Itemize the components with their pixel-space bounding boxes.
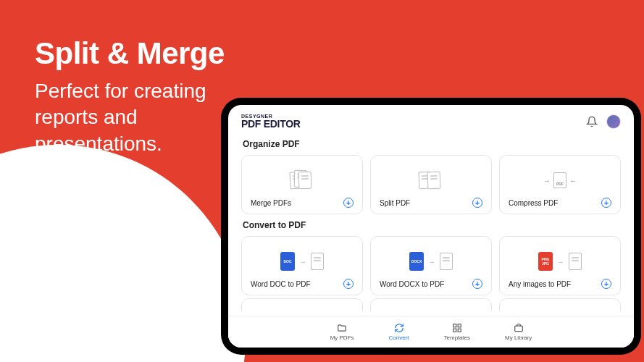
bell-icon[interactable] — [586, 116, 598, 127]
card-partial[interactable] — [241, 298, 363, 311]
convert-row: DOC → Word DOC to PDF DOCX → — [241, 236, 621, 295]
card-images-to-pdf[interactable]: PNG JPG → Any images to PDF — [499, 236, 621, 295]
arrow-icon: → — [557, 258, 564, 266]
section-title-convert: Convert to PDF — [243, 220, 621, 230]
card-label: Word DOC to PDF — [251, 280, 311, 288]
avatar[interactable] — [606, 114, 621, 129]
card-label: Compress PDF — [509, 199, 558, 207]
arrow-right-icon: ← — [569, 177, 577, 185]
images-convert-icon: PNG JPG → — [509, 244, 611, 279]
card-partial[interactable] — [499, 298, 621, 311]
convert-icon — [393, 323, 405, 333]
doc-mini-icon — [569, 253, 582, 270]
nav-templates[interactable]: Templates — [444, 323, 470, 341]
nav-my-library[interactable]: My Library — [505, 323, 532, 341]
card-partial[interactable] — [370, 298, 492, 311]
nav-convert[interactable]: Convert — [389, 323, 409, 341]
folder-icon — [336, 323, 348, 333]
organize-row: Merge PDFs Split PDF — [241, 155, 621, 214]
hero-title: Split & Merge — [35, 36, 225, 71]
plus-icon — [601, 198, 611, 208]
header-actions — [586, 114, 621, 129]
doc-convert-icon: DOC → — [251, 244, 354, 279]
svg-rect-4 — [514, 326, 522, 332]
nav-label: Templates — [444, 334, 470, 341]
pdf-file-icon: PDF — [553, 172, 566, 188]
brand-big: PDF EDITOR — [241, 119, 301, 129]
brand: DESYGNER PDF EDITOR — [241, 114, 301, 129]
card-label: Split PDF — [380, 199, 410, 207]
svg-rect-0 — [453, 324, 456, 327]
card-split-pdf[interactable]: Split PDF — [370, 155, 492, 214]
plus-icon — [343, 198, 354, 208]
plus-icon — [472, 279, 482, 289]
nav-label: My PDFs — [330, 334, 354, 341]
nav-my-pdfs[interactable]: My PDFs — [330, 323, 354, 341]
card-label: Any images to PDF — [509, 280, 571, 288]
plus-icon — [343, 279, 354, 289]
docx-convert-icon: DOCX → — [380, 244, 482, 279]
plus-icon — [472, 198, 482, 208]
tablet-frame: DESYGNER PDF EDITOR Organize PDF — [221, 98, 641, 355]
image-badge-icon: PNG JPG — [538, 252, 553, 271]
compress-icon: → PDF ← — [509, 163, 611, 198]
hero-subtitle: Perfect for creating reports and present… — [35, 78, 225, 157]
partial-row — [241, 298, 621, 311]
section-title-organize: Organize PDF — [243, 139, 621, 149]
card-label: Word DOCX to PDF — [380, 280, 444, 288]
card-word-docx-to-pdf[interactable]: DOCX → Word DOCX to PDF — [370, 236, 492, 295]
split-icon — [380, 163, 482, 198]
nav-label: My Library — [505, 334, 532, 341]
doc-badge-icon: DOC — [280, 252, 295, 271]
plus-icon — [601, 279, 611, 289]
card-label: Merge PDFs — [251, 199, 291, 207]
content: Organize PDF Merge PDFs — [228, 133, 634, 316]
nav-label: Convert — [389, 334, 409, 341]
card-merge-pdfs[interactable]: Merge PDFs — [241, 155, 363, 214]
card-word-doc-to-pdf[interactable]: DOC → Word DOC to PDF — [241, 236, 363, 295]
hero-text: Split & Merge Perfect for creating repor… — [35, 36, 225, 157]
library-icon — [513, 323, 524, 333]
arrow-icon: → — [428, 258, 435, 266]
card-compress-pdf[interactable]: → PDF ← Compress PDF — [499, 155, 621, 214]
svg-rect-2 — [453, 329, 456, 332]
app-screen: DESYGNER PDF EDITOR Organize PDF — [228, 105, 634, 348]
templates-icon — [451, 323, 463, 333]
doc-mini-icon — [440, 253, 453, 270]
arrow-left-icon: → — [543, 177, 551, 185]
svg-rect-1 — [458, 324, 461, 327]
bottom-nav: My PDFs Convert Templates My Library — [228, 316, 634, 348]
doc-mini-icon — [311, 253, 324, 270]
svg-rect-3 — [458, 329, 461, 332]
arrow-icon: → — [299, 258, 306, 266]
docx-badge-icon: DOCX — [409, 252, 424, 271]
app-header: DESYGNER PDF EDITOR — [228, 105, 634, 133]
merge-icon — [251, 163, 354, 198]
